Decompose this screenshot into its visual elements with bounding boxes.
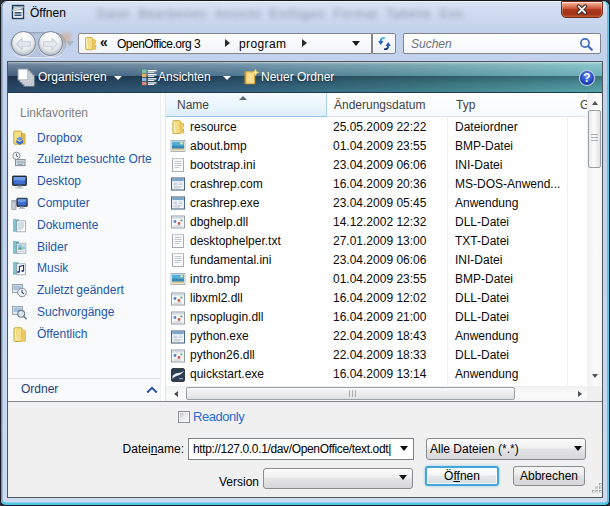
svg-text:?: ? — [583, 71, 590, 85]
